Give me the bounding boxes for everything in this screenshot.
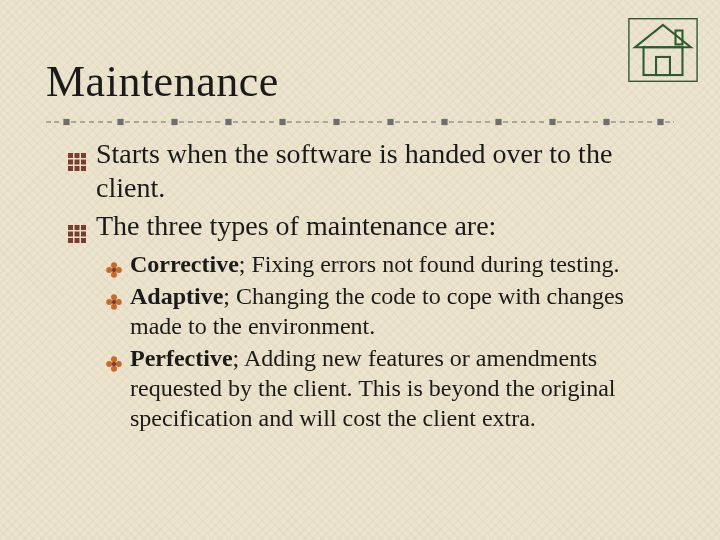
svg-rect-10 xyxy=(172,120,177,125)
svg-rect-36 xyxy=(68,166,73,171)
svg-rect-46 xyxy=(75,238,80,243)
svg-rect-14 xyxy=(280,120,285,125)
svg-point-57 xyxy=(112,300,116,304)
list-item-text: The three types of maintenance are: xyxy=(96,210,496,241)
svg-rect-2 xyxy=(644,47,683,75)
svg-point-53 xyxy=(111,295,117,301)
svg-point-60 xyxy=(106,361,112,367)
svg-rect-38 xyxy=(81,166,86,171)
svg-rect-44 xyxy=(81,232,86,237)
svg-rect-16 xyxy=(334,120,339,125)
svg-point-54 xyxy=(111,304,117,310)
svg-point-52 xyxy=(112,268,116,272)
bullet-grid-icon xyxy=(68,217,86,235)
level1-list: Starts when the software is handed over … xyxy=(68,137,674,243)
svg-rect-37 xyxy=(75,166,80,171)
svg-rect-47 xyxy=(81,238,86,243)
svg-point-61 xyxy=(116,361,122,367)
list-item: The three types of maintenance are: xyxy=(68,209,674,243)
svg-rect-28 xyxy=(658,120,663,125)
list-item-label: Adaptive xyxy=(130,283,223,309)
svg-rect-35 xyxy=(81,160,86,165)
svg-rect-41 xyxy=(81,225,86,230)
svg-rect-42 xyxy=(68,232,73,237)
slide: Maintenance xyxy=(0,0,720,540)
svg-rect-20 xyxy=(442,120,447,125)
svg-point-55 xyxy=(106,299,112,305)
list-item-text: Starts when the software is handed over … xyxy=(96,138,612,203)
svg-rect-22 xyxy=(496,120,501,125)
svg-rect-0 xyxy=(629,19,697,82)
list-item-text: Perfective; Adding new features or amend… xyxy=(130,345,615,431)
svg-rect-31 xyxy=(75,153,80,158)
svg-rect-8 xyxy=(118,120,123,125)
svg-rect-45 xyxy=(68,238,73,243)
svg-rect-3 xyxy=(656,57,670,75)
svg-rect-33 xyxy=(68,160,73,165)
bullet-flower-icon xyxy=(106,349,122,365)
svg-point-56 xyxy=(116,299,122,305)
list-item-rest: ; Fixing errors not found during testing… xyxy=(239,251,620,277)
level2-list: Corrective; Fixing errors not found duri… xyxy=(106,249,674,433)
svg-rect-18 xyxy=(388,120,393,125)
home-icon[interactable] xyxy=(628,18,698,82)
svg-rect-12 xyxy=(226,120,231,125)
svg-point-58 xyxy=(111,357,117,363)
svg-point-59 xyxy=(111,366,117,372)
list-item-label: Corrective xyxy=(130,251,239,277)
svg-point-50 xyxy=(106,267,112,273)
svg-rect-6 xyxy=(64,120,69,125)
svg-point-49 xyxy=(111,272,117,278)
list-item: Starts when the software is handed over … xyxy=(68,137,674,205)
svg-rect-24 xyxy=(550,120,555,125)
list-item: Adaptive; Changing the code to cope with… xyxy=(106,281,674,341)
list-item: Corrective; Fixing errors not found duri… xyxy=(106,249,674,279)
list-item-label: Perfective xyxy=(130,345,233,371)
svg-point-51 xyxy=(116,267,122,273)
svg-point-48 xyxy=(111,263,117,269)
svg-rect-43 xyxy=(75,232,80,237)
bullet-flower-icon xyxy=(106,255,122,271)
svg-rect-32 xyxy=(81,153,86,158)
svg-rect-34 xyxy=(75,160,80,165)
list-item-text: Corrective; Fixing errors not found duri… xyxy=(130,251,619,277)
svg-rect-39 xyxy=(68,225,73,230)
svg-rect-40 xyxy=(75,225,80,230)
svg-point-62 xyxy=(112,362,116,366)
svg-rect-26 xyxy=(604,120,609,125)
divider xyxy=(46,117,674,127)
bullet-flower-icon xyxy=(106,287,122,303)
bullet-grid-icon xyxy=(68,145,86,163)
svg-rect-30 xyxy=(68,153,73,158)
slide-title: Maintenance xyxy=(46,56,674,107)
list-item-text: Adaptive; Changing the code to cope with… xyxy=(130,283,624,339)
list-item: Perfective; Adding new features or amend… xyxy=(106,343,674,433)
